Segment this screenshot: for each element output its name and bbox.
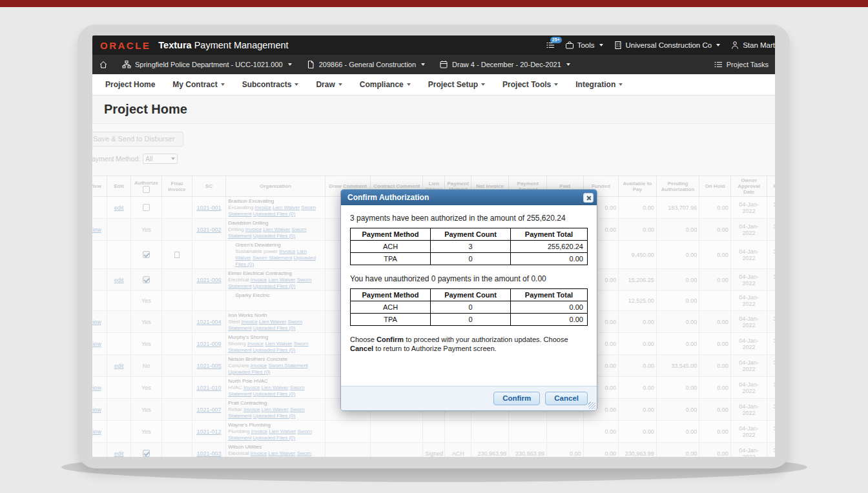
menu-item-label: Project Setup xyxy=(428,80,478,89)
menu-item-my-contract[interactable]: My Contract xyxy=(172,80,224,89)
title-bar: Project Home xyxy=(92,96,775,124)
calendar-icon xyxy=(439,60,448,69)
dialog-footer: Confirm Cancel xyxy=(341,386,597,410)
chevron-down-icon xyxy=(599,44,603,46)
product-title: Textura Payment Management xyxy=(158,40,288,50)
modal-cell: 0 xyxy=(431,301,511,314)
dialog-title: Confirm Authorization xyxy=(347,193,429,202)
modal-table-row: TPA00.00 xyxy=(351,314,588,326)
page-title: Project Home xyxy=(104,102,187,117)
modal-col-header: Payment Count xyxy=(431,289,511,301)
menu-item-subcontracts[interactable]: Subcontracts xyxy=(242,80,299,89)
laptop-frame: ORACLE Textura Payment Management 25+ To… xyxy=(78,25,790,468)
modal-table-header-row: Payment MethodPayment CountPayment Total xyxy=(351,289,588,301)
menu-item-label: Project Home xyxy=(105,80,155,89)
company-menu[interactable]: Universal Construction Co xyxy=(614,41,721,50)
oracle-logo: ORACLE xyxy=(100,40,150,51)
menu-item-project-setup[interactable]: Project Setup xyxy=(428,80,485,89)
chevron-down-icon xyxy=(338,83,342,86)
person-icon xyxy=(730,41,739,50)
project-tasks-label: Project Tasks xyxy=(727,61,769,68)
instructions-text: Choose Confirm to proceed with your auth… xyxy=(350,335,588,353)
modal-table-header-row: Payment MethodPayment CountPayment Total xyxy=(351,228,588,241)
chevron-down-icon xyxy=(481,83,485,86)
confirm-authorization-dialog: Confirm Authorization 3 payments have be… xyxy=(340,189,597,411)
contract-selector[interactable]: 209866 - General Construction xyxy=(306,60,425,69)
modal-table-row: ACH00.00 xyxy=(351,301,588,314)
authorized-summary-text: 3 payments have been authorized in the a… xyxy=(350,214,588,223)
home-button[interactable] xyxy=(99,60,108,69)
menu-item-integration[interactable]: Integration xyxy=(575,80,623,89)
notifications-button[interactable]: 25+ xyxy=(546,41,555,50)
menu-item-draw[interactable]: Draw xyxy=(316,80,342,89)
app-header: ORACLE Textura Payment Management 25+ To… xyxy=(92,35,775,55)
chevron-down-icon xyxy=(619,83,623,86)
modal-cell: 0 xyxy=(431,253,511,265)
org-hierarchy-icon xyxy=(122,60,131,69)
contract-label: 209866 - General Construction xyxy=(319,61,416,68)
draw-label: Draw 4 - December - 20-Dec-2021 xyxy=(452,61,561,68)
menu-item-project-tools[interactable]: Project Tools xyxy=(502,80,558,89)
unauthorized-table: Payment MethodPayment CountPayment Total… xyxy=(350,288,588,326)
dialog-body: 3 payments have been authorized in the a… xyxy=(341,205,597,386)
app-screen: ORACLE Textura Payment Management 25+ To… xyxy=(92,35,775,457)
menu-item-label: Draw xyxy=(316,80,335,89)
modal-col-header: Payment Total xyxy=(511,289,588,301)
draw-selector[interactable]: Draw 4 - December - 20-Dec-2021 xyxy=(439,60,570,69)
context-bar: Springfield Police Department - UCC-1021… xyxy=(92,55,775,74)
notifications-badge: 25+ xyxy=(550,37,562,43)
modal-col-header: Payment Total xyxy=(511,228,588,241)
modal-table-row: TPA00.00 xyxy=(351,253,588,265)
project-selector[interactable]: Springfield Police Department - UCC-1021… xyxy=(122,60,292,69)
cancel-button[interactable]: Cancel xyxy=(545,392,588,405)
project-tasks-button[interactable]: Project Tasks xyxy=(714,60,769,69)
chevron-down-icon xyxy=(288,63,292,66)
chevron-down-icon xyxy=(554,83,558,86)
product-title-bold: Textura xyxy=(158,40,191,50)
home-icon xyxy=(99,60,108,69)
menu-item-label: Project Tools xyxy=(502,80,551,89)
chevron-down-icon xyxy=(716,44,720,46)
menu-item-label: My Contract xyxy=(172,80,217,89)
modal-cell: 0 xyxy=(431,314,511,326)
document-icon xyxy=(306,60,315,69)
menu-item-project-home[interactable]: Project Home xyxy=(105,80,155,89)
modal-cell: ACH xyxy=(351,301,431,314)
tools-menu[interactable]: Tools xyxy=(565,41,603,50)
modal-cell: TPA xyxy=(351,314,431,326)
building-icon xyxy=(614,41,623,50)
modal-cell: ACH xyxy=(351,241,431,253)
confirm-button[interactable]: Confirm xyxy=(493,392,540,405)
project-label: Springfield Police Department - UCC-1021… xyxy=(135,61,283,68)
user-label: Stan Mart xyxy=(743,41,775,49)
modal-cell: 255,620.24 xyxy=(511,241,588,253)
menu-item-label: Subcontracts xyxy=(242,80,292,89)
unauthorized-summary-text: You have unauthorized 0 payments in the … xyxy=(350,274,588,283)
menu-item-label: Integration xyxy=(575,80,615,89)
dialog-header[interactable]: Confirm Authorization xyxy=(341,190,597,205)
close-icon[interactable] xyxy=(583,193,594,203)
briefcase-icon xyxy=(565,41,574,50)
user-menu[interactable]: Stan Mart xyxy=(730,41,775,50)
company-label: Universal Construction Co xyxy=(626,41,712,49)
modal-col-header: Payment Method xyxy=(351,228,431,241)
page-top-strip xyxy=(0,0,868,7)
chevron-down-icon xyxy=(221,83,225,86)
chevron-down-icon xyxy=(294,83,298,86)
chevron-down-icon xyxy=(421,63,425,66)
modal-table-row: ACH3255,620.24 xyxy=(351,241,588,253)
modal-cell: TPA xyxy=(351,253,431,265)
tools-label: Tools xyxy=(577,41,595,49)
modal-cell: 0.00 xyxy=(511,253,588,265)
chevron-down-icon xyxy=(566,63,570,66)
modal-cell: 0.00 xyxy=(511,301,588,314)
menu-item-label: Compliance xyxy=(360,80,404,89)
modal-cell: 3 xyxy=(431,241,511,253)
product-title-rest: Payment Management xyxy=(192,40,289,50)
chevron-down-icon xyxy=(407,83,411,86)
menu-item-compliance[interactable]: Compliance xyxy=(360,80,411,89)
menu-bar: Project HomeMy ContractSubcontractsDrawC… xyxy=(92,74,775,96)
resize-handle[interactable] xyxy=(588,402,595,409)
tasks-icon xyxy=(714,60,723,69)
modal-col-header: Payment Method xyxy=(351,289,431,301)
